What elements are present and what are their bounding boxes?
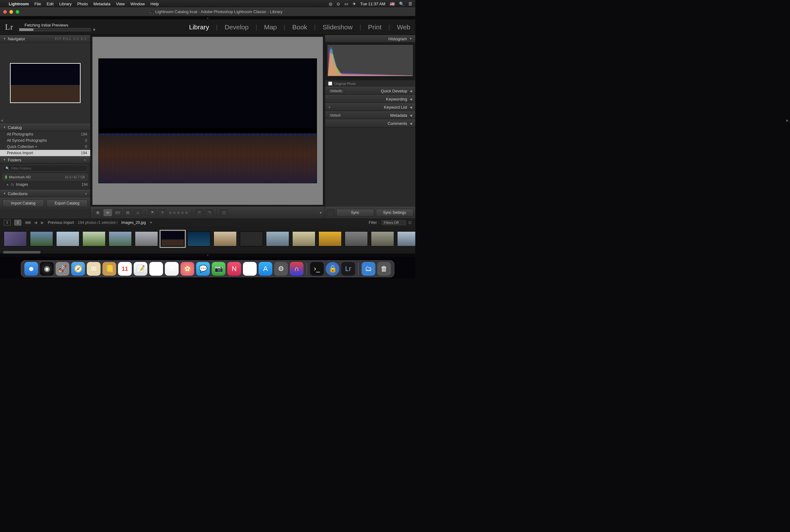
export-catalog-button[interactable]: Export Catalog (46, 200, 88, 207)
go-forward-button[interactable]: ▶ (41, 220, 44, 225)
filmstrip-thumbnail[interactable] (213, 231, 237, 246)
dock-magnet-icon[interactable]: ∩ (290, 262, 303, 276)
spotlight-icon[interactable]: 🔍 (399, 2, 404, 6)
dock-lightroom-icon[interactable]: Lr (341, 262, 355, 276)
folder-filter-input[interactable]: 🔍 Filter Folders (2, 165, 88, 172)
sync-status-icon[interactable]: ⊙ (337, 2, 340, 6)
collapse-left-panel-handle[interactable]: ◀ (1, 119, 4, 122)
menu-view[interactable]: View (116, 2, 125, 6)
filmstrip-thumbnail-selected[interactable] (161, 231, 184, 246)
import-catalog-button[interactable]: Import Catalog (2, 200, 44, 207)
dock-finder-icon[interactable]: ☻ (24, 262, 38, 276)
dock-downloads-icon[interactable]: 🗂 (362, 262, 375, 276)
collapse-filmstrip-handle[interactable]: ▾ (0, 253, 415, 256)
traffic-minimize-button[interactable] (10, 10, 13, 14)
toolbar-options-button[interactable]: ▾ (320, 210, 322, 215)
dock-safari-icon[interactable]: 🧭 (71, 262, 85, 276)
compare-view-button[interactable]: X|Y (114, 209, 122, 216)
sync-toggle-button[interactable] (327, 209, 334, 216)
traffic-close-button[interactable] (3, 10, 7, 14)
current-filename[interactable]: Images_20.jpg (121, 221, 146, 225)
dock-launchpad-icon[interactable]: 🚀 (56, 262, 69, 276)
dock-music-icon[interactable]: ♫ (243, 262, 257, 276)
histogram-chart[interactable] (327, 45, 413, 76)
flag-picked-button[interactable]: ⚑ (148, 209, 156, 216)
dock-maps-icon[interactable]: 🗺 (165, 262, 178, 276)
menubar-clock[interactable]: Tue 11:37 AM (360, 2, 385, 6)
collections-panel-header[interactable]: ▼ Collections + (0, 190, 90, 197)
grid-toggle-icon[interactable]: ▦ ▦ (25, 221, 30, 225)
navigator-panel-header[interactable]: ▼ Navigator FIT FILL 1:1 3:1 (0, 35, 90, 42)
folder-row[interactable]: ▶ 🗀 Images 194 (0, 181, 90, 188)
menu-metadata[interactable]: Metadata (93, 2, 110, 6)
treatment-select[interactable]: Defaults (328, 89, 344, 93)
dock-settings-icon[interactable]: ⚙ (274, 262, 288, 276)
rotate-ccw-button[interactable]: ↶ (195, 209, 203, 216)
filmstrip-thumbnail[interactable] (345, 231, 368, 246)
filter-preset-select[interactable]: Filters Off (381, 220, 406, 225)
filmstrip-thumbnail[interactable] (371, 231, 394, 246)
main-window-indicator[interactable]: 1 (4, 220, 11, 225)
source-label[interactable]: Previous Import (48, 221, 74, 225)
loupe-view-button[interactable]: ▭ (104, 209, 112, 216)
cancel-activity-button[interactable]: ✕ (93, 28, 96, 32)
go-back-button[interactable]: ◀ (34, 220, 37, 225)
filmstrip-scrollbar[interactable] (0, 251, 415, 253)
filmstrip-thumbnail[interactable] (135, 231, 158, 246)
volume-row[interactable]: Macintosh HD 15.3 / 42.7 GB (2, 174, 88, 180)
module-print[interactable]: Print (368, 23, 381, 31)
filmstrip-thumbnail[interactable] (56, 231, 79, 246)
filmstrip-thumbnail[interactable] (292, 231, 315, 246)
filter-lock-icon[interactable]: ⊡ (409, 221, 412, 225)
dock-messages-icon[interactable]: 💬 (196, 262, 210, 276)
comments-header[interactable]: Comments ◀ (325, 119, 415, 127)
quick-action-icon[interactable]: ✈ (353, 2, 356, 6)
module-web[interactable]: Web (397, 23, 410, 31)
filmstrip-thumbnail[interactable] (30, 231, 53, 246)
dock-photos-icon[interactable]: ✿ (181, 262, 194, 276)
metadata-preset-select[interactable]: Default (328, 113, 342, 118)
dock-siri-icon[interactable]: ◉ (40, 262, 54, 276)
folders-panel-header[interactable]: ▼ Folders +. (0, 156, 90, 164)
survey-view-button[interactable]: ▤ (124, 209, 132, 216)
menu-help[interactable]: Help (151, 2, 159, 6)
dock-news-icon[interactable]: N (227, 262, 241, 276)
filmstrip-thumbnail[interactable] (319, 231, 342, 246)
dock-calendar-icon[interactable]: 11 (118, 262, 132, 276)
rating-stars[interactable]: ★★★★★ (168, 210, 189, 215)
collapse-top-panel-handle[interactable]: ▴ (0, 16, 415, 19)
displays-icon[interactable]: ▭ (344, 2, 348, 6)
module-slideshow[interactable]: Slideshow (323, 23, 353, 31)
add-collection-button[interactable]: + (84, 191, 87, 196)
filmstrip-thumbnail[interactable] (266, 231, 289, 246)
original-photo-checkbox[interactable] (328, 81, 332, 86)
module-library[interactable]: Library (189, 23, 209, 31)
catalog-panel-header[interactable]: ▼ Catalog (0, 124, 90, 131)
add-keyword-button[interactable]: + (328, 104, 331, 110)
dock-terminal-icon[interactable]: ›_ (310, 262, 324, 276)
dock-1password-icon[interactable]: 🔒 (326, 262, 339, 276)
dock-reminders-icon[interactable]: ☑ (149, 262, 163, 276)
navigator-zoom-levels[interactable]: FIT FILL 1:1 3:1 (55, 37, 87, 41)
filmstrip-thumbnail[interactable] (82, 231, 106, 246)
menubar-app-name[interactable]: Lightroom (9, 2, 29, 6)
catalog-all-synced[interactable]: All Synced Photographs0 (0, 137, 90, 144)
people-view-button[interactable]: ☺ (134, 209, 142, 216)
loupe-view[interactable] (91, 35, 325, 207)
menu-photo[interactable]: Photo (77, 2, 88, 6)
slideshow-button[interactable]: ◻ (220, 209, 228, 216)
histogram-panel-header[interactable]: Histogram ▼ (325, 35, 415, 42)
filmstrip[interactable] (0, 227, 415, 251)
filmstrip-thumbnail[interactable] (4, 231, 27, 246)
quick-develop-header[interactable]: Defaults Quick Develop ◀ (325, 87, 415, 95)
filmstrip-thumbnail[interactable] (109, 231, 132, 246)
filmstrip-thumbnail[interactable] (397, 231, 415, 246)
traffic-zoom-button[interactable] (16, 10, 19, 14)
sync-settings-button[interactable]: Sync Settings (376, 209, 414, 216)
dock-contacts-icon[interactable]: 📒 (102, 262, 116, 276)
second-window-button[interactable]: 2 (14, 220, 21, 225)
catalog-all-photographs[interactable]: All Photographs194 (0, 131, 90, 137)
module-book[interactable]: Book (292, 23, 307, 31)
keyword-list-header[interactable]: + Keyword List ◀ (325, 103, 415, 111)
module-map[interactable]: Map (264, 23, 277, 31)
